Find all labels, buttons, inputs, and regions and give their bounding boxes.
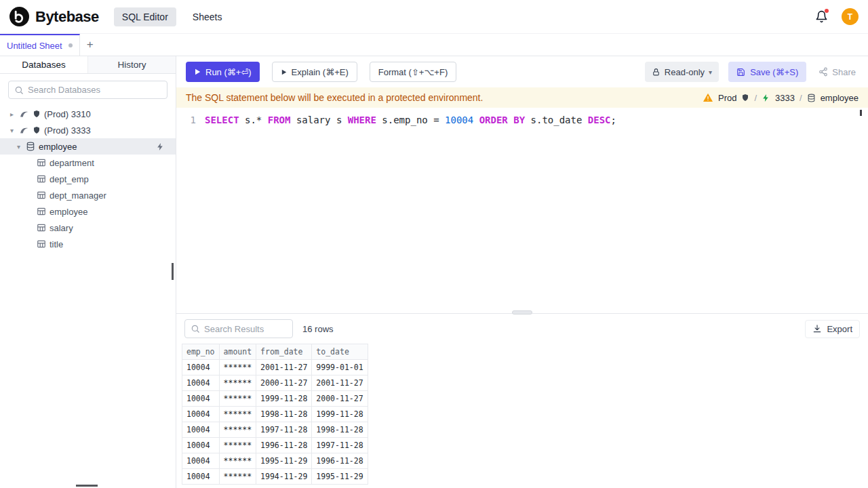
- tab-sql-editor[interactable]: SQL Editor: [114, 7, 176, 26]
- code-line: 1 SELECT s.* FROM salary s WHERE s.emp_n…: [176, 108, 868, 126]
- tree-table-department[interactable]: department: [0, 155, 176, 171]
- topbar-actions: T: [815, 8, 859, 25]
- table-cell: 10004: [182, 469, 220, 485]
- tab-sheets[interactable]: Sheets: [184, 7, 231, 26]
- table-cell: 1998-11-28: [256, 407, 312, 422]
- instance-name: 3333: [775, 93, 795, 103]
- search-icon: [191, 324, 200, 333]
- lock-icon: [652, 68, 660, 77]
- notification-bell-icon[interactable]: [815, 10, 828, 23]
- run-button-label: Run (⌘+⏎): [205, 67, 252, 77]
- table-icon: [37, 207, 46, 216]
- table-cell: ******: [219, 360, 256, 375]
- sheet-tab-untitled[interactable]: Untitled Sheet: [0, 34, 80, 56]
- tree-table-dept-emp[interactable]: dept_emp: [0, 171, 176, 187]
- table-row[interactable]: 10004******2001-11-279999-01-01: [182, 360, 368, 375]
- connection-breadcrumb: Prod / 3333 / employee: [703, 92, 859, 103]
- table-row[interactable]: 10004******1998-11-281999-11-28: [182, 407, 368, 422]
- editor-vertical-scrollbar[interactable]: [860, 110, 862, 116]
- brand-name: Bytebase: [35, 8, 99, 26]
- share-button-label: Share: [832, 67, 856, 77]
- table-row[interactable]: 10004******1996-11-281997-11-28: [182, 438, 368, 453]
- table-cell: ******: [219, 375, 256, 391]
- results-search[interactable]: [184, 319, 293, 338]
- sql-token: ;: [611, 115, 616, 125]
- sidebar-tab-databases[interactable]: Databases: [0, 56, 87, 73]
- share-button[interactable]: Share: [816, 62, 859, 82]
- table-cell: 1999-11-28: [256, 391, 312, 407]
- banner-message: The SQL statement below will be executed…: [186, 92, 483, 103]
- chevron-down-icon: ▾: [709, 68, 712, 76]
- results-toolbar: 16 rows Export: [176, 314, 868, 344]
- table-row[interactable]: 10004******1995-11-291996-11-28: [182, 453, 368, 469]
- column-header[interactable]: from_date: [256, 344, 312, 360]
- readonly-mode-dropdown[interactable]: Read-only ▾: [645, 62, 719, 82]
- table-label: dept_emp: [50, 174, 89, 184]
- table-row[interactable]: 10004******1999-11-282000-11-27: [182, 391, 368, 407]
- table-row[interactable]: 10004******2000-11-272001-11-27: [182, 375, 368, 391]
- instance-label: (Prod) 3310: [44, 109, 91, 119]
- top-nav: SQL Editor Sheets: [114, 7, 231, 26]
- table-cell: 10004: [182, 360, 220, 375]
- results-header-row: emp_noamountfrom_dateto_date: [182, 344, 368, 360]
- add-sheet-button[interactable]: +: [80, 34, 100, 56]
- avatar[interactable]: T: [842, 8, 859, 25]
- connect-zap-icon[interactable]: [156, 142, 165, 151]
- save-icon: [736, 68, 745, 77]
- sidebar-vertical-scrollbar[interactable]: [172, 263, 174, 280]
- sql-token: ORDER BY: [479, 115, 525, 125]
- database-icon: [807, 94, 816, 102]
- results-search-input[interactable]: [204, 324, 287, 334]
- table-cell: 10004: [182, 407, 220, 422]
- tree-table-employee[interactable]: employee: [0, 203, 176, 220]
- sql-token: s.to_date: [525, 115, 588, 125]
- results-table: emp_noamountfrom_dateto_date 10004******…: [182, 344, 368, 485]
- tree-instance-3333[interactable]: ▾ (Prod) 3333: [0, 122, 176, 138]
- environment-shield-icon: [33, 110, 41, 118]
- sql-token: [473, 115, 479, 125]
- table-cell: ******: [219, 391, 256, 407]
- line-number: 1: [176, 114, 205, 126]
- explain-button-label: Explain (⌘+E): [292, 67, 349, 77]
- bytebase-sql-editor: Bytebase SQL Editor Sheets T Untitled Sh…: [0, 0, 868, 488]
- column-header[interactable]: emp_no: [182, 344, 220, 360]
- table-label: salary: [50, 223, 73, 233]
- instance-label: (Prod) 3333: [44, 125, 91, 136]
- database-label: employee: [39, 142, 77, 152]
- table-cell: 10004: [182, 453, 220, 469]
- sql-token: 10004: [445, 115, 473, 125]
- save-button[interactable]: Save (⌘+S): [728, 62, 806, 82]
- export-button[interactable]: Export: [805, 320, 860, 338]
- bytebase-logo-icon: [9, 7, 29, 26]
- sql-token: FROM: [268, 115, 291, 125]
- sql-token: s.*: [239, 115, 268, 125]
- tree-database-employee[interactable]: ▾ employee: [0, 138, 176, 155]
- export-button-label: Export: [827, 324, 852, 334]
- database-search-input[interactable]: [28, 85, 161, 95]
- instance-zap-icon: [762, 94, 770, 102]
- tree-table-salary[interactable]: salary: [0, 220, 176, 236]
- sheet-unsaved-dot[interactable]: [68, 43, 73, 47]
- tree-table-dept-manager[interactable]: dept_manager: [0, 187, 176, 203]
- sidebar-horizontal-scrollbar[interactable]: [76, 485, 98, 487]
- sql-editor-area[interactable]: 1 SELECT s.* FROM salary s WHERE s.emp_n…: [176, 108, 868, 313]
- explain-button[interactable]: Explain (⌘+E): [272, 62, 357, 82]
- tree-instance-3310[interactable]: ▸ (Prod) 3310: [0, 106, 176, 122]
- database-search[interactable]: [8, 81, 167, 99]
- sidebar-tab-history[interactable]: History: [87, 56, 176, 73]
- table-cell: 10004: [182, 391, 220, 407]
- table-icon: [37, 223, 46, 232]
- column-header[interactable]: to_date: [312, 344, 368, 360]
- run-button[interactable]: Run (⌘+⏎): [186, 62, 260, 82]
- table-cell: ******: [219, 438, 256, 453]
- notification-dot: [825, 9, 829, 13]
- mysql-engine-icon: [19, 109, 29, 119]
- column-header[interactable]: amount: [219, 344, 256, 360]
- table-row[interactable]: 10004******1994-11-291995-11-29: [182, 469, 368, 485]
- tree-table-title[interactable]: title: [0, 236, 176, 252]
- sql-token: DESC: [588, 115, 611, 125]
- table-cell: 1994-11-29: [256, 469, 312, 485]
- format-button[interactable]: Format (⇧+⌥+F): [370, 62, 456, 82]
- table-row[interactable]: 10004******1997-11-281998-11-28: [182, 422, 368, 438]
- panel-resize-handle[interactable]: [512, 310, 532, 314]
